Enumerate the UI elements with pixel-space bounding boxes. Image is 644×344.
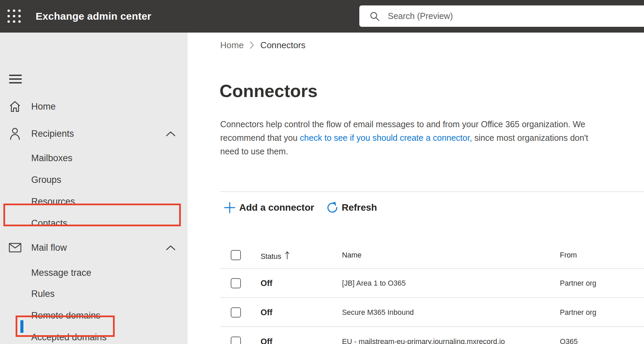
- chevron-up-icon[interactable]: [166, 239, 176, 256]
- add-connector-button[interactable]: Add a connector: [224, 202, 314, 214]
- sidebar-item-label: Mail flow: [31, 239, 67, 256]
- from-cell: Partner org: [560, 308, 596, 317]
- mail-icon: [8, 239, 22, 256]
- sidebar-item-contacts[interactable]: Contacts: [0, 214, 188, 232]
- sidebar-item-accepted-domains[interactable]: Accepted domains: [0, 328, 188, 344]
- sidebar-item-label: Home: [31, 98, 56, 115]
- name-cell: EU - mailstream-eu-primary.journaling.mx…: [342, 337, 505, 344]
- row-checkbox[interactable]: [231, 337, 241, 344]
- sidebar-item-label: Groups: [31, 171, 61, 189]
- create-connector-check-link[interactable]: check to see if you should create a conn…: [300, 133, 472, 142]
- sidebar-item-label: Accepted domains: [31, 328, 107, 344]
- status-cell: Off: [261, 307, 272, 318]
- row-checkbox[interactable]: [231, 307, 241, 318]
- sidebar-item-remote-domains[interactable]: Remote domains: [0, 307, 188, 324]
- sidebar-item-recipients[interactable]: Recipients: [0, 125, 188, 142]
- page-title: Connectors: [220, 81, 318, 101]
- app-title: Exchange admin center: [36, 0, 151, 33]
- sidebar-item-label: Contacts: [31, 214, 68, 232]
- search-icon: [370, 11, 380, 21]
- plus-icon: [224, 202, 236, 214]
- toolbar-divider: [220, 191, 644, 192]
- from-cell: O365: [560, 337, 578, 344]
- sidebar-item-label: Remote domains: [31, 307, 100, 324]
- home-icon: [8, 98, 22, 115]
- column-header-from[interactable]: From: [560, 251, 577, 260]
- sidebar-item-home[interactable]: Home: [0, 98, 188, 115]
- left-nav: Home Recipients Mailboxes Groups Resourc…: [0, 33, 188, 344]
- column-header-name[interactable]: Name: [342, 251, 361, 260]
- top-app-bar: Exchange admin center Search (Preview): [0, 0, 644, 33]
- search-input[interactable]: Search (Preview): [359, 5, 644, 27]
- hamburger-menu-icon[interactable]: [9, 75, 22, 86]
- from-cell: Partner org: [560, 279, 596, 288]
- breadcrumb: Home Connectors: [220, 39, 305, 51]
- name-cell: [JB] Area 1 to O365: [342, 279, 406, 288]
- breadcrumb-current: Connectors: [260, 40, 305, 51]
- row-divider: [220, 297, 644, 298]
- description-line: recommend that you check to see if you s…: [220, 131, 588, 145]
- sidebar-item-mailboxes[interactable]: Mailboxes: [0, 149, 188, 167]
- column-header-status[interactable]: Status: [261, 251, 290, 261]
- selected-item-indicator: [20, 320, 23, 333]
- row-divider: [220, 268, 644, 269]
- person-icon: [8, 125, 22, 142]
- sort-ascending-icon: [285, 251, 290, 260]
- sidebar-item-label: Message trace: [31, 264, 91, 282]
- sidebar-item-message-trace[interactable]: Message trace: [0, 264, 188, 282]
- page-description: Connectors help control the flow of emai…: [220, 117, 588, 158]
- row-divider: [220, 326, 644, 327]
- refresh-icon: [326, 202, 338, 214]
- chevron-right-icon: [250, 41, 254, 49]
- row-checkbox[interactable]: [231, 278, 241, 288]
- sidebar-item-mail-flow[interactable]: Mail flow: [0, 239, 188, 256]
- sidebar-item-label: Mailboxes: [31, 149, 73, 167]
- description-line: need to use them.: [220, 145, 588, 158]
- command-bar: Add a connector Refresh: [224, 200, 377, 215]
- name-cell: Secure M365 Inbound: [342, 308, 414, 317]
- search-placeholder: Search (Preview): [388, 11, 453, 21]
- sidebar-item-groups[interactable]: Groups: [0, 171, 188, 189]
- refresh-button[interactable]: Refresh: [326, 202, 377, 214]
- sidebar-item-label: Rules: [31, 285, 55, 303]
- sidebar-item-label: Recipients: [31, 125, 74, 142]
- chevron-up-icon[interactable]: [166, 125, 176, 142]
- status-cell: Off: [261, 337, 272, 344]
- breadcrumb-home-link[interactable]: Home: [220, 40, 244, 51]
- sidebar-item-rules[interactable]: Rules: [0, 285, 188, 303]
- main-content: Home Connectors Connectors Connectors he…: [188, 33, 644, 344]
- app-launcher-icon[interactable]: [7, 9, 21, 23]
- description-line: Connectors help control the flow of emai…: [220, 117, 588, 131]
- sidebar-item-resources[interactable]: Resources: [0, 193, 188, 210]
- status-cell: Off: [261, 278, 272, 288]
- select-all-checkbox[interactable]: [231, 250, 241, 260]
- sidebar-item-label: Resources: [31, 193, 75, 210]
